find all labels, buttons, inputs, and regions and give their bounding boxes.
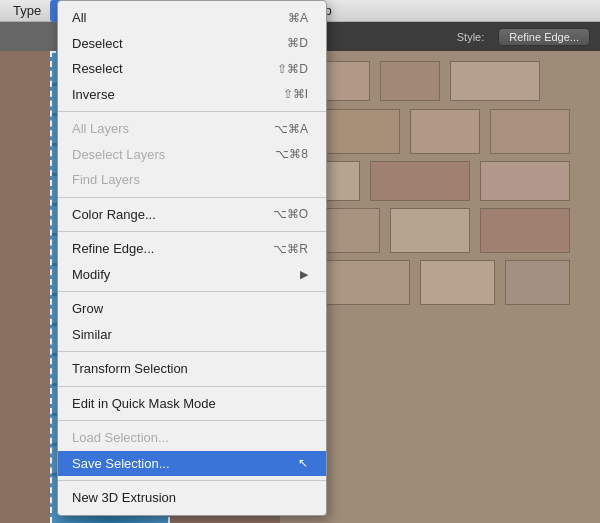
- separator-1: [58, 111, 326, 112]
- menu-item-edit-quick-mask[interactable]: Edit in Quick Mask Mode: [58, 391, 326, 417]
- menu-item-color-range[interactable]: Color Range... ⌥⌘O: [58, 202, 326, 228]
- menu-item-refine-edge[interactable]: Refine Edge... ⌥⌘R: [58, 236, 326, 262]
- separator-7: [58, 420, 326, 421]
- style-label: Style:: [457, 31, 485, 43]
- menu-item-similar[interactable]: Similar: [58, 322, 326, 348]
- menu-item-new-3d-extrusion[interactable]: New 3D Extrusion: [58, 485, 326, 511]
- menu-type[interactable]: Type: [4, 0, 50, 22]
- stone-block-15: [505, 260, 570, 305]
- stone-block-5: [410, 109, 480, 154]
- menu-item-all-layers: All Layers ⌥⌘A: [58, 116, 326, 142]
- stone-block-12: [480, 208, 570, 253]
- cursor-indicator: ↖: [298, 454, 308, 472]
- separator-4: [58, 291, 326, 292]
- stone-block-9: [480, 161, 570, 201]
- menu-item-grow[interactable]: Grow: [58, 296, 326, 322]
- menu-item-deselect-layers: Deselect Layers ⌥⌘8: [58, 142, 326, 168]
- menu-item-save-selection[interactable]: Save Selection... ↖: [58, 451, 326, 477]
- stone-block-2: [380, 61, 440, 101]
- refine-edge-button[interactable]: Refine Edge...: [498, 28, 590, 46]
- stone-wall: [280, 51, 600, 523]
- menu-item-load-selection: Load Selection...: [58, 425, 326, 451]
- menu-item-reselect[interactable]: Reselect ⇧⌘D: [58, 56, 326, 82]
- stone-block-8: [370, 161, 470, 201]
- menu-item-find-layers: Find Layers: [58, 167, 326, 193]
- separator-2: [58, 197, 326, 198]
- stone-block-3: [450, 61, 540, 101]
- menu-item-modify[interactable]: Modify ▶: [58, 262, 326, 288]
- stone-block-14: [420, 260, 495, 305]
- stone-block-11: [390, 208, 470, 253]
- stone-block-6: [490, 109, 570, 154]
- menu-item-inverse[interactable]: Inverse ⇧⌘I: [58, 82, 326, 108]
- select-menu: All ⌘A Deselect ⌘D Reselect ⇧⌘D Inverse …: [57, 0, 327, 516]
- separator-8: [58, 480, 326, 481]
- menu-item-transform-selection[interactable]: Transform Selection: [58, 356, 326, 382]
- separator-6: [58, 386, 326, 387]
- menu-item-all[interactable]: All ⌘A: [58, 5, 326, 31]
- separator-3: [58, 231, 326, 232]
- separator-5: [58, 351, 326, 352]
- menu-item-deselect[interactable]: Deselect ⌘D: [58, 31, 326, 57]
